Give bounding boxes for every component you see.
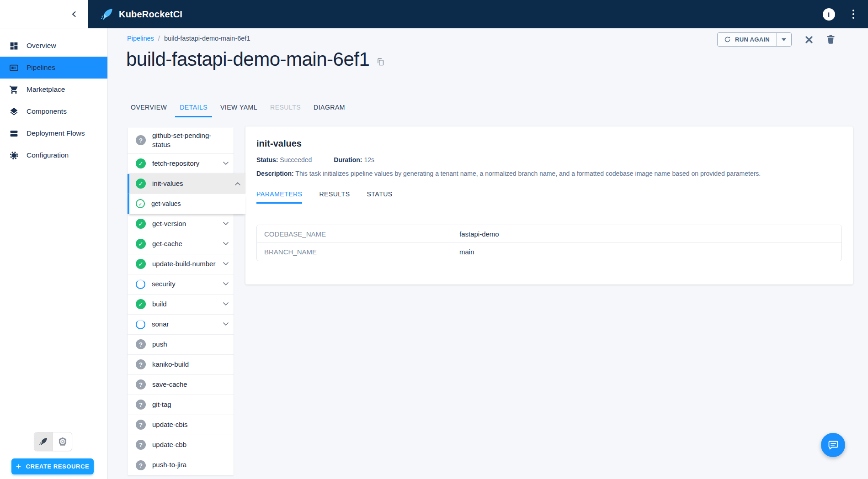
task-row[interactable]: github-set-pending-status	[128, 127, 234, 154]
task-status-icon	[136, 279, 145, 289]
task-row[interactable]: push	[128, 335, 234, 355]
task-row[interactable]: get-cache	[128, 234, 234, 254]
task-status-icon	[136, 420, 146, 430]
kubernetes-view-toggle-button[interactable]	[53, 432, 72, 451]
task-status-icon	[136, 400, 146, 410]
sidebar-item-pipelines[interactable]: Pipelines	[0, 57, 107, 79]
chevron-icon[interactable]	[223, 222, 229, 226]
task-name: get-cache	[152, 236, 182, 252]
duration-value: 12s	[364, 156, 374, 163]
status-label: Status:	[256, 156, 278, 163]
tab[interactable]: RESULTS	[264, 101, 307, 117]
sidebar-item-marketplace[interactable]: Marketplace	[0, 79, 107, 100]
sidebar-item-label: Configuration	[27, 151, 69, 159]
task-name: build	[152, 296, 167, 312]
info-button[interactable]: i	[823, 8, 835, 21]
task-status-icon	[136, 239, 146, 249]
parameter-row: CODEBASE_NAME fastapi-demo	[257, 225, 841, 243]
run-again-split-button: RUN AGAIN	[717, 32, 792, 47]
sidebar-item-label: Deployment Flows	[27, 129, 85, 137]
task-row[interactable]: update-cbis	[128, 415, 234, 435]
sidebar-item-components[interactable]: Components	[0, 100, 107, 122]
sidebar-item-label: Overview	[27, 42, 56, 50]
brand: KubeRocketCI	[100, 7, 182, 21]
chevron-icon[interactable]	[223, 322, 229, 326]
task-row[interactable]: update-build-number	[128, 254, 234, 274]
task-status-icon	[136, 158, 146, 168]
task-name: get-values	[151, 196, 181, 212]
tab[interactable]: STATUS	[367, 190, 392, 204]
parameter-row: BRANCH_NAME main	[257, 243, 841, 261]
copy-name-button[interactable]	[376, 58, 385, 66]
kebab-menu-button[interactable]	[851, 8, 857, 21]
run-again-dropdown-button[interactable]	[776, 33, 791, 46]
tab[interactable]: DIAGRAM	[307, 101, 351, 117]
tab-label: RESULTS	[270, 104, 301, 111]
main-content: Pipelines / build-fastapi-demo-main-6ef1…	[108, 28, 868, 479]
pipeline-tabs: OVERVIEW DETAILS VIEW YAML RESULTS DIAGR…	[124, 101, 351, 117]
chevron-icon[interactable]	[235, 182, 240, 185]
task-row[interactable]: push-to-jira	[128, 455, 234, 475]
task-description: Description: This task initializes pipel…	[256, 170, 842, 177]
rocket-view-toggle-button[interactable]	[34, 432, 53, 451]
sidebar-item-deployment-flows[interactable]: Deployment Flows	[0, 122, 107, 144]
breadcrumb: Pipelines / build-fastapi-demo-main-6ef1	[127, 35, 250, 42]
chevron-icon[interactable]	[223, 242, 229, 246]
task-detail-panel: init-values Status: Succeeded Duration: …	[245, 126, 853, 284]
kubernetes-icon	[58, 437, 68, 447]
parameter-value: main	[459, 248, 474, 256]
task-name: save-cache	[152, 376, 187, 393]
task-name: sonar	[152, 316, 169, 332]
task-row[interactable]: save-cache	[128, 375, 234, 395]
abort-pipeline-button[interactable]	[804, 35, 814, 44]
feedback-chat-button[interactable]	[821, 433, 845, 457]
task-name: github-set-pending-status	[152, 127, 220, 153]
tab-label: PARAMETERS	[256, 190, 302, 198]
create-resource-button[interactable]: + CREATE RESOURCE	[11, 458, 94, 474]
sidebar-item-configuration[interactable]: Configuration	[0, 144, 107, 166]
task-row[interactable]: get-version	[128, 214, 234, 234]
chat-icon	[828, 440, 839, 451]
task-name: get-version	[152, 216, 186, 232]
layers-icon	[9, 107, 19, 116]
task-name: git-tag	[152, 396, 171, 413]
task-row[interactable]: update-cbb	[128, 435, 234, 455]
task-row[interactable]: get-values	[128, 194, 245, 214]
task-row[interactable]: git-tag	[128, 395, 234, 415]
tab[interactable]: PARAMETERS	[256, 190, 302, 204]
tab[interactable]: VIEW YAML	[214, 101, 264, 117]
sidebar-item-overview[interactable]: Overview	[0, 35, 107, 57]
run-again-button[interactable]: RUN AGAIN	[718, 33, 776, 46]
task-row[interactable]: init-values	[128, 174, 245, 194]
description-text: This task initializes pipeline values by…	[295, 170, 761, 177]
chevron-icon[interactable]	[223, 262, 229, 266]
status-value: Succeeded	[280, 156, 312, 163]
parameter-value: fastapi-demo	[459, 230, 499, 238]
chevron-icon[interactable]	[223, 282, 229, 286]
task-row[interactable]: sonar	[128, 315, 234, 335]
breadcrumb-separator: /	[158, 35, 160, 42]
task-row[interactable]: fetch-repository	[128, 154, 234, 174]
breadcrumb-pipelines-link[interactable]: Pipelines	[127, 35, 154, 42]
dashboard-icon	[9, 41, 19, 51]
collapse-sidebar-button[interactable]	[71, 11, 76, 17]
chevron-icon[interactable]	[223, 302, 229, 306]
tab[interactable]: DETAILS	[173, 101, 214, 117]
tab[interactable]: RESULTS	[319, 190, 350, 204]
sidebar-item-label: Pipelines	[27, 63, 55, 72]
chevron-icon[interactable]	[223, 162, 229, 165]
delete-pipeline-button[interactable]	[826, 35, 835, 44]
task-name: update-cbis	[152, 416, 188, 433]
tab-label: DIAGRAM	[314, 104, 345, 111]
duration-label: Duration:	[334, 156, 362, 163]
caret-down-icon	[782, 38, 786, 41]
stacks-icon	[9, 129, 19, 138]
task-row[interactable]: security	[128, 274, 234, 295]
task-list: github-set-pending-status fetch-reposito…	[127, 127, 234, 476]
run-again-label: RUN AGAIN	[735, 36, 770, 43]
task-row[interactable]: kaniko-build	[128, 355, 234, 375]
plus-icon: +	[16, 462, 21, 471]
tab[interactable]: OVERVIEW	[124, 101, 173, 117]
task-row[interactable]: build	[128, 295, 234, 315]
tab-label: VIEW YAML	[220, 104, 257, 111]
